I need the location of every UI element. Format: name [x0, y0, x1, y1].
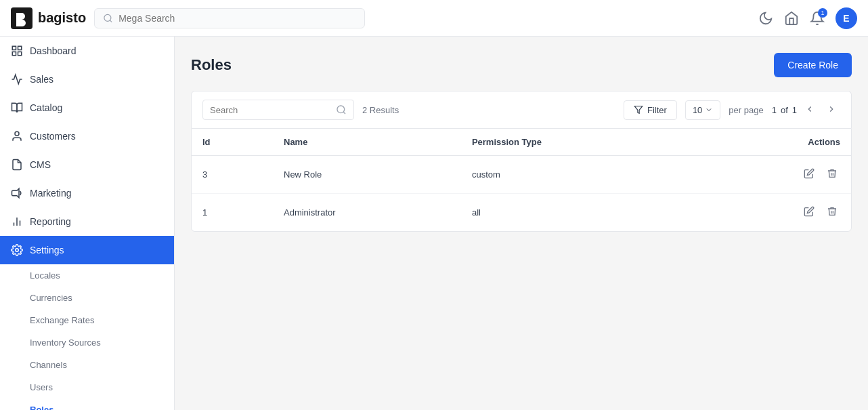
search-icon: [103, 13, 113, 24]
table-row: 1 Administrator all: [192, 194, 851, 232]
grid-icon: [11, 45, 23, 57]
top-nav: bagisto 1 E: [0, 0, 868, 37]
sidebar-item-customers[interactable]: Customers: [0, 122, 174, 150]
roles-table-wrapper: Id Name Permission Type Actions 3 New Ro…: [191, 128, 852, 232]
prev-page-button[interactable]: [801, 102, 819, 119]
create-role-button[interactable]: Create Role: [774, 53, 852, 77]
sidebar-item-marketing[interactable]: Marketing: [0, 179, 174, 207]
svg-point-6: [15, 131, 19, 136]
trash-icon: [827, 168, 838, 179]
page-title: Roles: [191, 56, 232, 74]
search-input[interactable]: [118, 13, 356, 24]
edit-icon: [804, 168, 815, 179]
sidebar-item-dashboard[interactable]: Dashboard: [0, 37, 174, 65]
table-search-container: [202, 100, 354, 120]
filter-label: Filter: [647, 105, 667, 115]
cell-name: Administrator: [273, 194, 461, 232]
sidebar-subitem-locales[interactable]: Locales: [0, 264, 174, 287]
global-search[interactable]: [94, 8, 365, 28]
main-content: Roles Create Role 2 Results Filter 10: [175, 37, 868, 410]
filter-button[interactable]: Filter: [624, 100, 677, 120]
sidebar-item-settings[interactable]: Settings: [0, 236, 174, 264]
sidebar-item-sales[interactable]: Sales: [0, 65, 174, 94]
sidebar-subitem-users[interactable]: Users: [0, 376, 174, 398]
chevron-left-icon: [805, 104, 815, 114]
svg-rect-2: [12, 46, 16, 49]
notifications-bell[interactable]: 1: [810, 11, 825, 26]
logo-icon: [11, 7, 32, 29]
next-page-button[interactable]: [823, 102, 840, 119]
sidebar-item-catalog[interactable]: Catalog: [0, 94, 174, 122]
svg-rect-5: [12, 52, 16, 56]
table-search-icon: [336, 104, 347, 115]
edit-button[interactable]: [801, 203, 817, 222]
sidebar-subitem-channels[interactable]: Channels: [0, 354, 174, 376]
sidebar-item-label: Settings: [30, 245, 64, 255]
table-search-input[interactable]: [210, 105, 332, 115]
svg-marker-12: [634, 106, 643, 114]
pagination: 1 of 1: [772, 102, 840, 119]
cell-id: 1: [192, 194, 273, 232]
per-page-select[interactable]: 10: [685, 100, 720, 120]
chart-icon: [11, 216, 23, 228]
sidebar-subitem-exchange-rates[interactable]: Exchange Rates: [0, 309, 174, 331]
table-row: 3 New Role custom: [192, 156, 851, 194]
cell-actions: [695, 194, 851, 232]
sidebar-item-label: Marketing: [30, 188, 71, 199]
sidebar-item-label: Sales: [30, 74, 53, 85]
svg-rect-3: [18, 46, 22, 49]
sidebar-item-label: Catalog: [30, 102, 62, 113]
delete-button[interactable]: [824, 165, 840, 184]
file-icon: [11, 159, 23, 171]
person-icon: [11, 130, 23, 142]
cell-name: New Role: [273, 156, 461, 194]
sidebar-item-label: Customers: [30, 131, 76, 142]
notification-badge: 1: [818, 8, 827, 18]
table-header-row: Id Name Permission Type Actions: [192, 129, 851, 156]
svg-point-1: [104, 14, 111, 21]
topnav-actions: 1 E: [758, 7, 857, 29]
sidebar-item-label: CMS: [30, 159, 51, 170]
edit-icon: [804, 206, 815, 217]
sidebar-item-reporting[interactable]: Reporting: [0, 207, 174, 236]
roles-table: Id Name Permission Type Actions 3 New Ro…: [192, 129, 851, 231]
gear-icon: [11, 244, 23, 256]
cell-permission-type: custom: [461, 156, 695, 194]
cell-id: 3: [192, 156, 273, 194]
book-icon: [11, 102, 23, 114]
svg-point-11: [337, 106, 345, 113]
svg-rect-4: [18, 52, 22, 56]
filter-icon: [634, 105, 643, 115]
layout: Dashboard Sales Catalog Customers: [0, 37, 868, 410]
per-page-label: per page: [729, 105, 763, 115]
settings-submenu: Locales Currencies Exchange Rates Invent…: [0, 264, 174, 410]
sidebar-item-cms[interactable]: CMS: [0, 150, 174, 179]
sidebar-item-label: Dashboard: [30, 45, 77, 56]
store-icon[interactable]: [784, 11, 799, 26]
col-header-name: Name: [273, 129, 461, 156]
sidebar: Dashboard Sales Catalog Customers: [0, 37, 175, 410]
sidebar-subitem-roles[interactable]: Roles: [0, 398, 174, 410]
cell-permission-type: all: [461, 194, 695, 232]
tag-icon: [11, 73, 23, 85]
col-header-permission-type: Permission Type: [461, 129, 695, 156]
sidebar-item-label: Reporting: [30, 216, 71, 227]
logo[interactable]: bagisto: [11, 7, 86, 29]
theme-toggle[interactable]: [758, 11, 773, 26]
avatar[interactable]: E: [836, 7, 857, 29]
page-current: 1: [772, 105, 777, 115]
megaphone-icon: [11, 187, 23, 199]
per-page-value: 10: [693, 105, 702, 115]
delete-button[interactable]: [824, 203, 840, 222]
table-controls: 2 Results Filter 10 per page 1 of 1: [191, 91, 852, 128]
svg-point-10: [16, 249, 19, 252]
trash-icon: [827, 206, 838, 217]
edit-button[interactable]: [801, 165, 817, 184]
sidebar-subitem-inventory-sources[interactable]: Inventory Sources: [0, 331, 174, 354]
col-header-actions: Actions: [695, 129, 851, 156]
page-of: of: [781, 105, 788, 115]
chevron-right-icon: [827, 104, 836, 114]
cell-actions: [695, 156, 851, 194]
results-count: 2 Results: [362, 105, 399, 115]
sidebar-subitem-currencies[interactable]: Currencies: [0, 287, 174, 309]
